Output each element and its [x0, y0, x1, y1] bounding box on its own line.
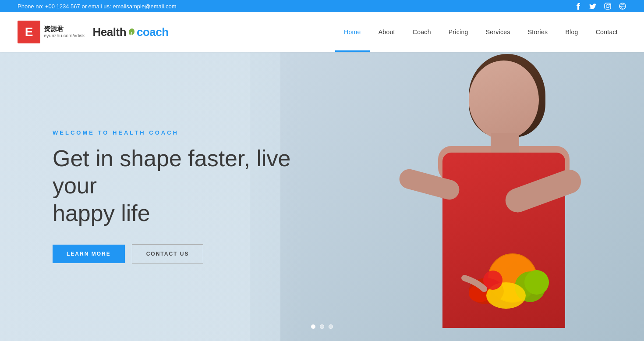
hero-dot-2[interactable]	[320, 324, 324, 329]
learn-more-button[interactable]: LEARN MORE	[53, 245, 125, 263]
logo-e-box: E	[18, 21, 40, 43]
logo-text: 资源君 eyunzhu.com/vdisk	[44, 25, 85, 39]
brand-health: Health	[93, 25, 126, 39]
header: E 资源君 eyunzhu.com/vdisk Health coach Hom…	[0, 12, 644, 52]
main-nav: Home About Coach Pricing Services Storie…	[335, 12, 626, 52]
nav-pricing[interactable]: Pricing	[440, 12, 477, 52]
phone-link[interactable]: +00 1234 567	[45, 3, 80, 10]
nav-about[interactable]: About	[370, 12, 404, 52]
hero-buttons: LEARN MORE CONTACT US	[53, 244, 307, 264]
svg-point-1	[606, 5, 609, 8]
top-bar-contact: Phone no: +00 1234 567 or email us: emai…	[18, 3, 177, 10]
nav-coach[interactable]: Coach	[404, 12, 440, 52]
instagram-icon[interactable]	[604, 2, 612, 10]
nav-stories[interactable]: Stories	[519, 12, 557, 52]
hero-title: Get in shape faster, live your happy lif…	[53, 145, 307, 227]
hero-subtitle: WELCOME TO HEALTH COACH	[53, 129, 307, 136]
brand-name: Health coach	[93, 25, 169, 39]
svg-point-9	[524, 270, 549, 295]
fruit-display	[442, 225, 574, 324]
contact-us-button[interactable]: CONTACT US	[132, 244, 204, 264]
twitter-icon[interactable]	[589, 2, 597, 10]
svg-point-2	[609, 4, 610, 5]
logo-chinese: 资源君	[44, 25, 85, 33]
dribbble-icon[interactable]	[619, 2, 626, 10]
hero-dot-1[interactable]	[311, 324, 315, 329]
facebook-icon[interactable]	[574, 2, 582, 10]
nav-contact[interactable]: Contact	[587, 12, 626, 52]
logo: E 资源君 eyunzhu.com/vdisk Health coach	[18, 21, 169, 43]
hero-dots	[311, 324, 333, 329]
hero-person-area	[250, 52, 644, 341]
leaf-icon	[127, 27, 137, 37]
hero-content: WELCOME TO HEALTH COACH Get in shape fas…	[53, 129, 307, 264]
logo-url: eyunzhu.com/vdisk	[44, 33, 85, 39]
social-links	[574, 2, 626, 10]
nav-services[interactable]: Services	[477, 12, 519, 52]
email-link[interactable]: emailsample@email.com	[113, 3, 176, 10]
nav-home[interactable]: Home	[335, 12, 370, 52]
hero-section: WELCOME TO HEALTH COACH Get in shape fas…	[0, 52, 644, 341]
hero-dot-3[interactable]	[329, 324, 333, 329]
top-bar: Phone no: +00 1234 567 or email us: emai…	[0, 0, 644, 12]
phone-label: Phone no:	[18, 3, 43, 10]
svg-rect-0	[605, 3, 611, 9]
nav-blog[interactable]: Blog	[556, 12, 587, 52]
email-label: or email us:	[81, 3, 111, 10]
brand-coach: coach	[137, 25, 169, 39]
